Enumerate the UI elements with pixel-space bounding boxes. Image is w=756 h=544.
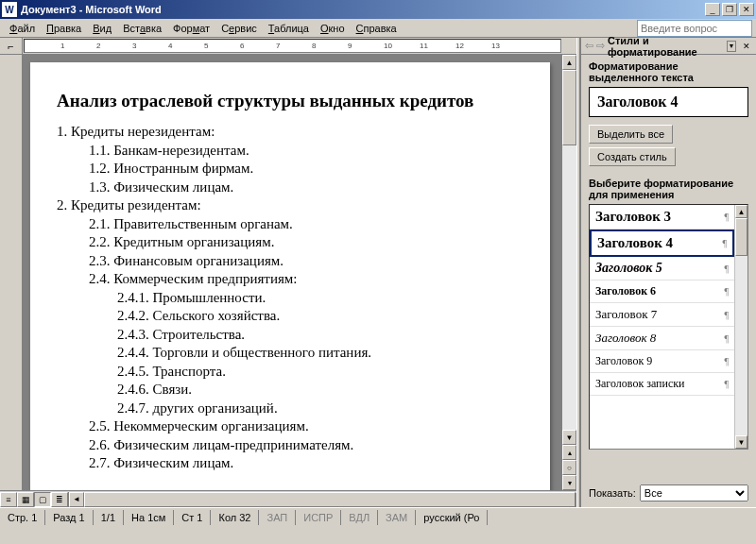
statusbar: Стр. 1 Разд 1 1/1 На 1см Ст 1 Кол 32 ЗАП… — [0, 507, 756, 527]
outline-view-button[interactable]: ≣ — [51, 492, 68, 507]
document-page[interactable]: Анализ отраслевой структуры выданных кре… — [30, 62, 550, 490]
document-line[interactable]: 1.2. Иностранным фирмам. — [57, 160, 533, 178]
style-item[interactable]: Заголовок 6¶ — [590, 280, 734, 303]
titlebar: W Документ3 - Microsoft Word _ ❐ ✕ — [0, 0, 756, 19]
close-button[interactable]: ✕ — [739, 3, 754, 16]
status-line: Ст 1 — [174, 510, 211, 525]
style-item[interactable]: Заголовок 9¶ — [590, 350, 734, 373]
document-line[interactable]: 2.5. Некоммерческим организациям. — [57, 417, 533, 436]
document-line[interactable]: 2.4.6. Связи. — [57, 381, 533, 400]
scroll-left-button[interactable]: ◄ — [69, 492, 84, 507]
document-line[interactable]: 2. Кредиты резидентам: — [57, 196, 533, 215]
taskpane-title: Стили и форматирование — [608, 35, 720, 58]
app-icon: W — [2, 2, 17, 17]
stylelist-scroll-down[interactable]: ▼ — [735, 435, 747, 449]
status-col: Кол 32 — [211, 510, 259, 525]
scroll-thumb[interactable] — [562, 70, 576, 145]
status-ext[interactable]: ВДЛ — [341, 510, 378, 525]
web-view-button[interactable]: ▦ — [17, 492, 34, 507]
menu-edit[interactable]: Правка — [41, 21, 87, 36]
scroll-down-button[interactable]: ▼ — [562, 430, 576, 445]
show-label: Показать: — [589, 487, 636, 499]
vertical-scrollbar[interactable]: ▲ ▼ ▴ ○ ▾ — [561, 55, 576, 490]
prev-page-button[interactable]: ▴ — [562, 445, 576, 460]
style-item[interactable]: Заголовок записки¶ — [590, 373, 734, 396]
menu-table[interactable]: Таблица — [263, 21, 315, 36]
document-line[interactable]: 2.1. Правительственным органам. — [57, 215, 533, 234]
formatting-label: Форматирование выделенного текста — [589, 60, 748, 83]
restore-button[interactable]: ❐ — [722, 3, 737, 16]
minimize-button[interactable]: _ — [705, 3, 720, 16]
current-style-sample[interactable]: Заголовок 4 — [589, 87, 748, 117]
document-line[interactable]: 2.4.1. Промышленности. — [57, 289, 533, 308]
style-item[interactable]: Заголовок 3¶ — [590, 205, 734, 230]
status-rec[interactable]: ЗАП — [259, 510, 296, 525]
style-item[interactable]: Заголовок 7¶ — [590, 303, 734, 327]
ruler-corner: ⌐ — [0, 38, 23, 54]
style-item[interactable]: Заголовок 5¶ — [590, 257, 734, 280]
document-heading: Анализ отраслевой структуры выданных кре… — [57, 91, 533, 111]
status-at: На 1см — [124, 510, 174, 525]
document-line[interactable]: 2.6. Физическим лицам-предпринимателям. — [57, 436, 533, 455]
taskpane-dropdown[interactable]: ▼ — [727, 41, 736, 52]
window-title: Документ3 - Microsoft Word — [21, 4, 705, 15]
document-line[interactable]: 2.7. Физическим лицам. — [57, 454, 533, 473]
document-line[interactable]: 2.4.5. Транспорта. — [57, 363, 533, 382]
stylelist-thumb[interactable] — [735, 218, 747, 256]
forward-icon[interactable]: ⇨ — [596, 40, 605, 52]
hscroll-thumb[interactable] — [84, 492, 576, 507]
menu-help[interactable]: Справка — [351, 21, 403, 36]
document-line[interactable]: 2.4.7. других организаций. — [57, 400, 533, 418]
vertical-ruler[interactable] — [0, 55, 23, 490]
style-item[interactable]: Заголовок 4¶ — [590, 230, 734, 257]
scroll-up-button[interactable]: ▲ — [562, 55, 576, 70]
menu-view[interactable]: Вид — [87, 21, 117, 36]
select-all-button[interactable]: Выделить все — [589, 125, 673, 144]
status-page: Стр. 1 — [0, 510, 45, 525]
next-page-button[interactable]: ▾ — [562, 475, 576, 490]
stylelist-scrollbar[interactable]: ▲ ▼ — [734, 205, 747, 449]
menu-file[interactable]: Файл — [4, 21, 41, 36]
task-pane: ⇦ ⇨ Стили и форматирование ▼ ✕ Форматиро… — [580, 38, 756, 507]
status-trk[interactable]: ИСПР — [296, 510, 341, 525]
horizontal-ruler[interactable]: ⌐ 12345678910111213 — [0, 38, 576, 55]
document-line[interactable]: 1. Кредиты нерезидентам: — [57, 123, 533, 142]
back-icon[interactable]: ⇦ — [585, 40, 593, 52]
document-line[interactable]: 2.4.4. Торговли и общественного питания. — [57, 344, 533, 363]
menu-format[interactable]: Формат — [167, 21, 215, 36]
status-ovr[interactable]: ЗАМ — [378, 510, 416, 525]
choose-format-label: Выберите форматирование для применения — [589, 178, 748, 200]
document-line[interactable]: 1.1. Банкам-нерезидентам. — [57, 142, 533, 161]
style-item[interactable]: Заголовок 8¶ — [590, 327, 734, 350]
stylelist-scroll-up[interactable]: ▲ — [735, 205, 747, 218]
normal-view-button[interactable]: ≡ — [0, 492, 17, 507]
show-select[interactable]: Все — [640, 484, 748, 502]
document-line[interactable]: 2.2. Кредитным организациям. — [57, 233, 533, 252]
browse-object-button[interactable]: ○ — [562, 460, 576, 475]
document-line[interactable]: 2.3. Финансовым организациям. — [57, 252, 533, 271]
print-view-button[interactable]: ▢ — [34, 492, 51, 507]
taskpane-close[interactable]: ✕ — [741, 40, 752, 53]
status-lang[interactable]: русский (Ро — [416, 510, 488, 525]
menu-window[interactable]: Окно — [315, 21, 351, 36]
style-list: Заголовок 3¶Заголовок 4¶Заголовок 5¶Заго… — [589, 204, 748, 450]
document-line[interactable]: 2.4.2. Сельского хозяйства. — [57, 307, 533, 326]
document-line[interactable]: 2.4. Коммерческим предприятиям: — [57, 270, 533, 289]
status-pagecount: 1/1 — [94, 510, 124, 525]
document-line[interactable]: 1.3. Физическим лицам. — [57, 178, 533, 197]
status-section: Разд 1 — [45, 510, 93, 525]
horizontal-scrollbar[interactable]: ◄ ► — [69, 492, 576, 507]
taskpane-header: ⇦ ⇨ Стили и форматирование ▼ ✕ — [581, 38, 756, 55]
menu-insert[interactable]: Вставка — [117, 21, 167, 36]
menu-tools[interactable]: Сервис — [215, 21, 263, 36]
document-line[interactable]: 2.4.3. Строительства. — [57, 326, 533, 345]
new-style-button[interactable]: Создать стиль — [589, 147, 676, 166]
editor-area: ⌐ 12345678910111213 Анализ отраслевой ст… — [0, 38, 576, 507]
